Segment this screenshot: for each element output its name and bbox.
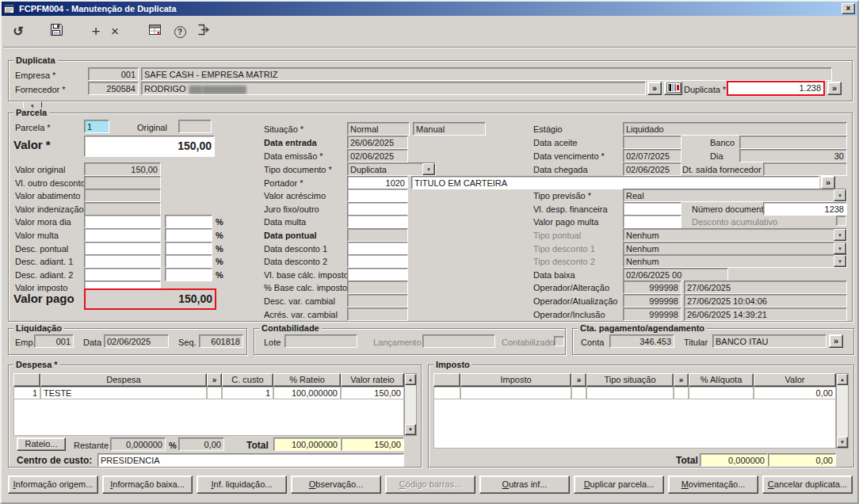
conta-lookup-button[interactable]: » <box>829 334 843 348</box>
desc-adiant2-field[interactable] <box>84 268 161 281</box>
tipo-pontual-value: Nenhum <box>626 231 659 240</box>
imposto-scrollbar[interactable]: ▲ ▼ <box>836 373 849 449</box>
desc-var-cambial-label: Desc. var. cambial <box>264 296 335 306</box>
imposto-row-tipo[interactable] <box>586 387 674 399</box>
parcela-number-field[interactable]: 1 <box>84 120 109 133</box>
imposto-lookup-header[interactable]: » <box>571 373 586 387</box>
valor-rateio-col-header: Valor rateio <box>341 373 404 387</box>
tipo-documento-select[interactable]: Duplicata ▼ <box>347 162 436 176</box>
despesa-scrollbar[interactable]: ▲ ▼ <box>404 373 417 436</box>
op-atualizacao-label: Operador/Atualização <box>533 296 617 306</box>
situacao-manual-field: Manual <box>413 122 486 136</box>
portador-lookup-button[interactable]: » <box>821 176 835 189</box>
imposto-row-lookup-cell[interactable] <box>571 387 586 399</box>
imposto-row-num[interactable] <box>433 387 460 399</box>
portador-name-field[interactable]: TITULO EM CARTEIRA <box>411 176 819 189</box>
data-entrada-label: Data entrada <box>264 138 317 147</box>
numero-documento-field[interactable]: 1238 <box>763 202 847 216</box>
valor-label: Valor * <box>13 140 51 150</box>
desc-adiant1-pct-field[interactable] <box>165 254 212 268</box>
despesa-row-name[interactable]: TESTE <box>40 387 207 399</box>
vl-base-calc-field[interactable] <box>347 268 408 281</box>
valor-field[interactable]: 150,00 <box>84 136 215 157</box>
lancamento-field <box>422 334 495 348</box>
imposto-row-lookup-cell2[interactable] <box>674 387 689 399</box>
despesa-row-lookup-cell[interactable] <box>207 387 222 399</box>
valor-mora-dia-pct-field[interactable] <box>165 215 212 228</box>
rateio-button-label: Rateio... <box>25 439 58 449</box>
parcels-button[interactable] <box>144 23 165 42</box>
data-desconto1-field[interactable] <box>347 242 408 255</box>
refresh-button[interactable]: ↺ <box>8 23 29 42</box>
observacao-button[interactable]: Observação... <box>291 475 381 494</box>
desc-pontual-pct-field[interactable] <box>165 242 212 255</box>
percent-sign: % <box>169 441 177 450</box>
scroll-up-icon[interactable]: ▲ <box>405 374 416 385</box>
op-inclusao-code-field: 999998 <box>623 307 681 321</box>
lote-field <box>284 334 357 348</box>
despesa-lookup-header[interactable]: » <box>207 373 222 387</box>
informacao-origem-button[interactable]: Informação origem... <box>8 475 98 494</box>
cta-legend: Cta. pagamento/agendamento <box>578 323 707 334</box>
tipo-situacao-lookup-header[interactable]: » <box>674 373 689 387</box>
imposto-row-aliquota[interactable] <box>689 387 754 399</box>
scroll-down-icon[interactable]: ▼ <box>837 437 848 448</box>
desc-adiant1-field[interactable] <box>84 254 161 268</box>
tipo-situacao-col-header: Tipo situação <box>586 373 674 387</box>
tipo-previsao-select[interactable]: Real ▼ <box>623 189 847 202</box>
juro-fixo-field[interactable] <box>347 202 408 216</box>
valor-acrescimo-field[interactable] <box>347 189 408 202</box>
valor-multa-field[interactable] <box>84 228 161 242</box>
chevron-down-icon[interactable]: ▼ <box>422 163 435 175</box>
scroll-up-icon[interactable]: ▲ <box>837 374 848 385</box>
despesa-row-valor[interactable]: 150,00 <box>341 387 404 399</box>
exit-button[interactable] <box>193 23 214 42</box>
empresa-code-field: 001 <box>88 67 139 81</box>
save-button[interactable] <box>46 23 67 42</box>
add-record-button[interactable]: + <box>86 23 106 42</box>
titular-field: BANCO ITAU <box>712 334 827 348</box>
imposto-grid-empty-area <box>433 399 836 449</box>
valor-mora-dia-field[interactable] <box>84 215 161 228</box>
outras-inf-button[interactable]: Outras inf... <box>479 475 570 494</box>
imposto-row-valor[interactable]: 0,00 <box>754 387 836 399</box>
movimentacao-button[interactable]: Movimentação... <box>668 475 758 494</box>
duplicar-parcela-button[interactable]: Duplicar parcela... <box>574 475 664 494</box>
duplicata-number-field[interactable]: 1.238 <box>727 81 825 96</box>
desc-adiant2-pct-field[interactable] <box>165 268 212 281</box>
imposto-total-pct-field: 0,000000 <box>700 453 768 467</box>
valor-multa-pct-field[interactable] <box>165 228 212 242</box>
lookup-icon: » <box>834 336 838 346</box>
imposto-row-name[interactable] <box>460 387 571 399</box>
barcode-button[interactable] <box>664 82 682 95</box>
data-desconto2-field[interactable] <box>347 254 408 268</box>
rateio-button[interactable]: Rateio... <box>17 437 66 451</box>
lookup-icon: » <box>212 376 217 384</box>
data-emissao-field: 02/06/2025 <box>347 149 408 162</box>
scroll-down-icon[interactable]: ▼ <box>405 424 416 435</box>
delete-record-button[interactable]: × <box>105 23 125 42</box>
despesa-row-num[interactable]: 1 <box>13 387 40 399</box>
chevron-down-icon[interactable]: ▼ <box>834 189 846 201</box>
desconto-acumulativo-checkbox[interactable] <box>836 216 846 226</box>
help-button[interactable]: ? <box>170 23 190 42</box>
data-multa-field[interactable] <box>347 215 408 228</box>
duplicata-lookup-button[interactable]: » <box>827 82 842 95</box>
despesa-row-rateio[interactable]: 100,000000 <box>273 387 341 399</box>
close-button[interactable]: × <box>842 3 855 14</box>
data-desconto2-label: Data desconto 2 <box>264 257 327 266</box>
centro-custo-field[interactable]: PRESIDENCIA <box>97 453 404 467</box>
button-label: Informação baixa... <box>103 476 192 493</box>
informacao-baixa-button[interactable]: Informação baixa... <box>102 475 193 494</box>
cancelar-duplicata-button[interactable]: Cancelar duplicata... <box>762 475 853 494</box>
vl-desp-financeira-field[interactable] <box>623 202 681 216</box>
inf-liquidacao-button[interactable]: Inf. liquidação... <box>197 475 287 494</box>
despesa-row-ccusto[interactable]: 1 <box>222 387 273 399</box>
valor-pago-multa-field[interactable] <box>623 215 681 228</box>
fornecedor-lookup-button[interactable]: » <box>647 82 662 95</box>
desc-pontual-field[interactable] <box>84 242 161 255</box>
parcela-group: 1 Parcela Parcela * 1 Original Valor * 1… <box>8 113 853 322</box>
button-label: Inf. liquidação... <box>197 476 286 493</box>
portador-code-field[interactable]: 1020 <box>347 176 408 189</box>
fornecedor-code-field[interactable]: 250584 <box>88 82 139 95</box>
